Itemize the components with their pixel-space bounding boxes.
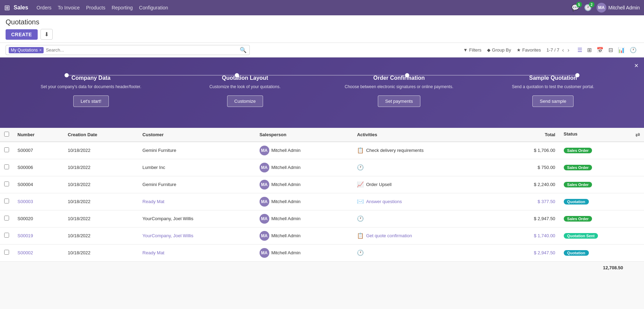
- col-total[interactable]: Total: [501, 128, 560, 142]
- row-checkbox-cell[interactable]: [0, 227, 13, 244]
- create-button[interactable]: CREATE: [6, 29, 38, 40]
- setup-banner: × Company Data Set your company's data f…: [0, 57, 644, 128]
- row-number: S00020: [13, 210, 63, 227]
- activity-icon: 📈: [357, 181, 364, 188]
- row-number: S00007: [13, 142, 63, 159]
- salesperson-name: Mitchell Admin: [271, 233, 301, 238]
- row-total: $ 2,240.00: [501, 176, 560, 193]
- col-activities[interactable]: Activities: [353, 128, 501, 142]
- view-kanban-button[interactable]: ⊞: [585, 46, 593, 54]
- pagination-next[interactable]: ›: [567, 47, 570, 53]
- row-status: Sales Order: [560, 159, 644, 176]
- col-number[interactable]: Number: [13, 128, 63, 142]
- col-salesperson[interactable]: Salesperson: [255, 128, 353, 142]
- row-total: $ 2,947.50: [501, 210, 560, 227]
- activity-text: Order Upsell: [366, 182, 391, 187]
- table-body: S00007 10/18/2022 Gemini Furniture MA Mi…: [0, 142, 644, 262]
- search-filter-tag[interactable]: My Quotations ×: [9, 47, 44, 53]
- menu-item-to-invoice[interactable]: To Invoice: [58, 5, 80, 10]
- step-1-button[interactable]: Let's start!: [73, 95, 109, 107]
- row-activity: 🕐: [353, 159, 501, 176]
- row-checkbox[interactable]: [4, 250, 9, 255]
- messages-icon[interactable]: 💬 5: [571, 4, 579, 11]
- filters-button[interactable]: ▼ Filters: [463, 47, 481, 53]
- status-badge: Sales Order: [564, 182, 592, 187]
- step-3-button[interactable]: Set payments: [378, 95, 420, 107]
- app-brand[interactable]: Sales: [14, 5, 28, 11]
- select-all-checkbox[interactable]: [4, 132, 9, 137]
- view-graph-button[interactable]: 📊: [616, 46, 627, 54]
- table-row: S00004 10/18/2022 Gemini Furniture MA Mi…: [0, 176, 644, 193]
- filter-tag-label: My Quotations: [11, 48, 38, 53]
- user-name: Mitchell Admin: [608, 5, 640, 10]
- row-checkbox-cell[interactable]: [0, 176, 13, 193]
- row-total: $ 750.00: [501, 159, 560, 176]
- row-customer[interactable]: YourCompany, Joel Willis: [138, 227, 255, 244]
- row-checkbox[interactable]: [4, 199, 9, 203]
- view-pivot-button[interactable]: ⊟: [607, 46, 615, 54]
- row-creation-date: 10/18/2022: [63, 159, 138, 176]
- row-status: Sales Order: [560, 210, 644, 227]
- row-checkbox[interactable]: [4, 164, 9, 169]
- step-1-description: Set your company's data for documents he…: [20, 84, 163, 90]
- row-checkbox[interactable]: [4, 181, 9, 186]
- row-number[interactable]: S00002: [13, 244, 63, 261]
- step-1-title: Company Data: [20, 75, 163, 81]
- menu-item-products[interactable]: Products: [86, 5, 105, 10]
- column-settings-icon[interactable]: ⇄: [635, 131, 640, 138]
- row-activity[interactable]: 📋 Get quote confirmation: [353, 227, 501, 244]
- salesperson-name: Mitchell Admin: [271, 165, 301, 170]
- pagination: 1-7 / 7 ‹ ›: [546, 47, 570, 53]
- row-checkbox-cell[interactable]: [0, 159, 13, 176]
- col-status[interactable]: Status ⇄: [560, 128, 644, 142]
- menu-item-reporting[interactable]: Reporting: [112, 5, 133, 10]
- activity-text[interactable]: Get quote confirmation: [366, 233, 412, 238]
- row-customer: Gemini Furniture: [138, 142, 255, 159]
- top-menu: Orders To Invoice Products Reporting Con…: [37, 5, 571, 10]
- step-2-button[interactable]: Customize: [227, 95, 263, 107]
- salesperson-name: Mitchell Admin: [271, 182, 301, 187]
- quotations-table: Number Creation Date Customer Salesperso…: [0, 128, 644, 274]
- search-input[interactable]: [46, 47, 240, 53]
- row-activity[interactable]: ✉️ Answer questions: [353, 193, 501, 210]
- export-button[interactable]: ⬇: [40, 29, 53, 40]
- row-checkbox[interactable]: [4, 147, 9, 152]
- close-banner-button[interactable]: ×: [634, 62, 638, 70]
- row-checkbox-cell[interactable]: [0, 210, 13, 227]
- menu-item-orders[interactable]: Orders: [37, 5, 52, 10]
- col-creation-date[interactable]: Creation Date: [63, 128, 138, 142]
- alerts-icon[interactable]: 🕐 2: [584, 4, 592, 11]
- row-creation-date: 10/18/2022: [63, 227, 138, 244]
- view-list-button[interactable]: ☰: [576, 46, 584, 54]
- search-submit-button[interactable]: 🔍: [240, 47, 247, 53]
- select-all-header[interactable]: [0, 128, 13, 142]
- group-by-button[interactable]: ◆ Group By: [487, 47, 511, 53]
- row-activity: 📋 Check delivery requirements: [353, 142, 501, 159]
- step-4-description: Send a quotation to test the customer po…: [482, 84, 625, 90]
- row-checkbox-cell[interactable]: [0, 193, 13, 210]
- view-calendar-button[interactable]: 📅: [595, 46, 605, 54]
- pagination-prev[interactable]: ‹: [561, 47, 564, 53]
- banner-step-4: Sample Quotation Send a quotation to tes…: [476, 75, 630, 107]
- row-checkbox-cell[interactable]: [0, 142, 13, 159]
- row-number[interactable]: S00019: [13, 227, 63, 244]
- activity-text[interactable]: Answer questions: [366, 199, 402, 204]
- filter-tag-close[interactable]: ×: [39, 48, 42, 53]
- banner-step-2: Quotation Layout Customize the look of y…: [168, 75, 322, 107]
- step-4-button[interactable]: Send sample: [532, 95, 574, 107]
- pagination-info: 1-7 / 7: [546, 47, 559, 53]
- row-checkbox[interactable]: [4, 216, 9, 221]
- row-customer[interactable]: Ready Mat: [138, 193, 255, 210]
- col-customer[interactable]: Customer: [138, 128, 255, 142]
- row-customer[interactable]: Ready Mat: [138, 244, 255, 261]
- apps-menu-icon[interactable]: ⊞: [4, 3, 10, 12]
- row-checkbox-cell[interactable]: [0, 244, 13, 261]
- group-by-label: Group By: [492, 47, 511, 53]
- user-menu[interactable]: MA Mitchell Admin: [597, 3, 640, 13]
- menu-item-configuration[interactable]: Configuration: [139, 5, 168, 10]
- view-activity-button[interactable]: 🕐: [628, 46, 638, 54]
- row-activity: 🕐: [353, 244, 501, 261]
- row-number[interactable]: S00003: [13, 193, 63, 210]
- favorites-button[interactable]: ★ Favorites: [517, 47, 541, 53]
- row-checkbox[interactable]: [4, 233, 9, 238]
